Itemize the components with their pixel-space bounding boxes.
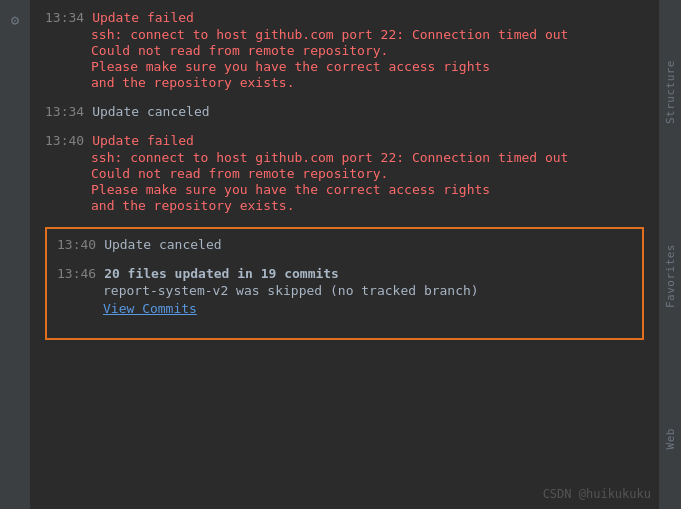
highlighted-update-status: 20 files updated in 19 commits [104,266,339,281]
log-entry-3: 13:40 Update failed ssh: connect to host… [45,133,644,213]
log-entry-1: 13:34 Update failed ssh: connect to host… [45,10,644,90]
status-2: Update canceled [92,104,209,119]
right-label-web[interactable]: Web [664,428,677,449]
detail-3-0: ssh: connect to host github.com port 22:… [91,150,644,165]
status-1: Update failed [92,10,194,25]
watermark: CSDN @huikukuku [543,487,651,501]
left-sidebar: ⚙ [0,0,30,509]
highlighted-update-detail: report-system-v2 was skipped (no tracked… [103,283,632,298]
highlighted-update: 13:46 20 files updated in 19 commits rep… [57,266,632,316]
detail-3-1: Could not read from remote repository. [91,166,644,181]
detail-1-1: Could not read from remote repository. [91,43,644,58]
detail-1-2: Please make sure you have the correct ac… [91,59,644,74]
highlighted-cancel-row: 13:40 Update canceled [57,237,632,252]
detail-3-3: and the repository exists. [91,198,644,213]
settings-icon[interactable]: ⚙ [5,10,25,30]
right-sidebar: Structure Favorites Web [659,0,681,509]
highlighted-cancel-time: 13:40 [57,237,96,252]
log-entry-2: 13:34 Update canceled [45,104,644,119]
log-row-2: 13:34 Update canceled [45,104,644,119]
right-label-favorites[interactable]: Favorites [664,244,677,308]
detail-1-0: ssh: connect to host github.com port 22:… [91,27,644,42]
status-3: Update failed [92,133,194,148]
highlighted-update-time: 13:46 [57,266,96,281]
highlighted-section: 13:40 Update canceled 13:46 20 files upd… [45,227,644,340]
timestamp-3: 13:40 [45,133,84,148]
log-row-header: 13:34 Update failed [45,10,644,25]
highlighted-cancel: 13:40 Update canceled [57,237,632,252]
highlighted-cancel-status: Update canceled [104,237,221,252]
highlighted-update-row: 13:46 20 files updated in 19 commits [57,266,632,281]
view-commits-link[interactable]: View Commits [103,301,197,316]
timestamp-2: 13:34 [45,104,84,119]
detail-1-3: and the repository exists. [91,75,644,90]
detail-3-2: Please make sure you have the correct ac… [91,182,644,197]
timestamp-1: 13:34 [45,10,84,25]
main-log-area: 13:34 Update failed ssh: connect to host… [30,0,659,509]
right-label-structure[interactable]: Structure [664,60,677,124]
log-row-3: 13:40 Update failed [45,133,644,148]
